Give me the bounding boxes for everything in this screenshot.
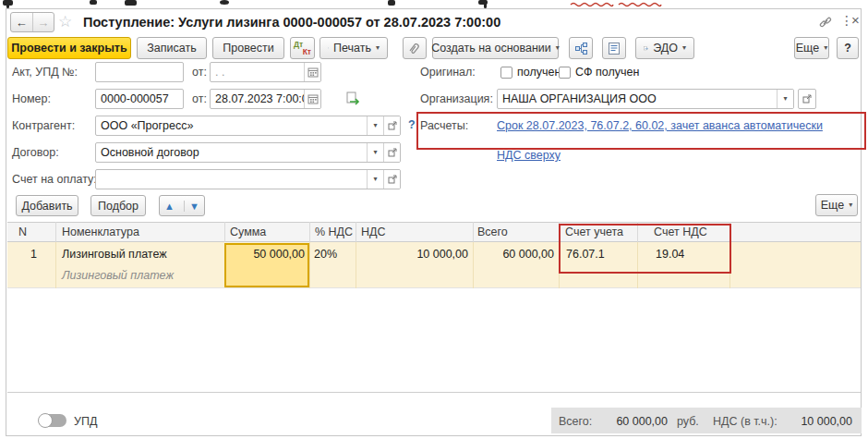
upd-toggle-label[interactable]: УПД <box>74 415 97 428</box>
cell-vat[interactable]: 10 000,00 <box>369 248 468 261</box>
cell-vat-rate[interactable]: 20% <box>314 248 337 261</box>
post-button[interactable]: Провести <box>212 37 284 59</box>
act-from-label: от: <box>192 66 207 79</box>
dtkt-icon: Дт Кт <box>291 38 314 58</box>
act-date-input[interactable]: . . <box>210 62 321 82</box>
favorite-star-icon[interactable]: ☆ <box>58 12 72 31</box>
number-value: 0000-000057 <box>96 90 183 108</box>
edo-icon <box>644 43 648 55</box>
invoice-value <box>96 170 367 189</box>
open-icon[interactable] <box>383 143 400 162</box>
column-header-vat: НДС <box>361 226 386 238</box>
calendar-icon[interactable] <box>304 90 320 108</box>
settlements-label: Расчеты: <box>420 119 468 132</box>
contract-label: Договор: <box>12 146 59 159</box>
number-from-label: от: <box>192 92 207 105</box>
structure-icon <box>575 43 587 55</box>
attachments-button[interactable] <box>403 37 427 59</box>
chevron-down-icon[interactable]: ▾ <box>367 170 383 189</box>
column-header-sum: Сумма <box>230 226 266 238</box>
add-row-label: Добавить <box>21 200 72 213</box>
edo-label: ЭДО <box>653 42 678 55</box>
save-button[interactable]: Записать <box>137 37 207 59</box>
column-header-vat-rate: % НДС <box>315 226 353 238</box>
red-squiggle <box>618 1 662 7</box>
close-icon[interactable]: × <box>851 12 860 28</box>
structure-button[interactable] <box>569 37 593 59</box>
cell-content[interactable]: Лизинговый платеж <box>62 269 174 282</box>
print-label: Печать <box>333 42 371 55</box>
sf-received-label[interactable]: СФ получен <box>575 66 639 79</box>
report-icon <box>609 43 620 55</box>
column-header-nomenclature: Номенклатура <box>62 226 139 238</box>
vat-total-label: НДС (в т.ч.): <box>713 415 778 428</box>
copy-link-icon[interactable] <box>819 16 832 29</box>
create-based-on-button[interactable]: Создать на основании ▾ <box>432 37 559 59</box>
column-header-vat-account: Счет НДС <box>654 226 707 238</box>
act-date-value: . . <box>211 63 304 81</box>
pick-button[interactable]: Подбор <box>90 195 146 216</box>
cell-vat-account[interactable]: 19.04 <box>656 248 684 261</box>
act-upd-label: Акт, УПД №: <box>12 66 78 79</box>
post-label: Провести <box>223 42 273 55</box>
calendar-icon[interactable] <box>304 63 320 81</box>
pick-label: Подбор <box>98 200 139 213</box>
number-label: Номер: <box>12 92 51 105</box>
settlements-link[interactable]: Срок 28.07.2023, 76.07.2, 60.02, зачет а… <box>497 119 823 132</box>
sf-received-checkbox[interactable] <box>559 67 571 79</box>
original-label: Оригинал: <box>420 66 476 79</box>
open-icon[interactable] <box>383 116 400 135</box>
upd-toggle[interactable] <box>39 414 66 427</box>
organization-combo[interactable]: НАША ОРГАНИЗАЦИЯ ООО ▾ <box>497 89 794 109</box>
create-based-on-label: Создать на основании <box>431 42 551 55</box>
vat-total-value: 10 000,00 <box>778 415 852 428</box>
print-button[interactable]: Печать ▾ <box>319 37 388 59</box>
cell-n[interactable]: 1 <box>7 248 37 261</box>
edit-comment-icon[interactable] <box>346 91 362 105</box>
chevron-down-icon[interactable]: ▾ <box>777 90 793 108</box>
date-value: 28.07.2023 7:00:00 <box>211 90 304 108</box>
contract-combo[interactable]: Основной договор ▾ <box>95 142 401 163</box>
move-rows-buttons: ▲ ▼ <box>159 195 205 216</box>
organization-value: НАША ОРГАНИЗАЦИЯ ООО <box>498 90 777 108</box>
window-title: Поступление: Услуги лизинга 0000-000057 … <box>83 15 500 30</box>
vat-mode-link[interactable]: НДС сверху <box>497 149 561 162</box>
post-and-close-button[interactable]: Провести и закрыть <box>7 37 131 59</box>
invoice-combo[interactable]: ▾ <box>95 169 401 189</box>
help-label: ? <box>844 42 851 55</box>
move-down-icon[interactable]: ▼ <box>184 201 204 212</box>
show-postings-button[interactable]: Дт Кт <box>290 37 315 59</box>
open-icon[interactable] <box>383 170 400 189</box>
back-icon[interactable]: ← <box>11 13 32 31</box>
contractor-label: Контрагент: <box>12 119 75 132</box>
toolbar-more-button[interactable]: Еще ▾ <box>794 37 829 59</box>
chevron-down-icon[interactable]: ▾ <box>367 143 383 162</box>
items-more-button[interactable]: Еще ▾ <box>815 194 858 216</box>
cell-account[interactable]: 76.07.1 <box>566 248 605 261</box>
open-icon[interactable] <box>798 89 816 109</box>
received-label[interactable]: получен <box>517 66 561 79</box>
cell-total[interactable]: 60 000,00 <box>456 248 554 261</box>
contractor-value: ООО «Прогресс» <box>96 116 367 135</box>
date-input[interactable]: 28.07.2023 7:00:00 <box>210 89 321 109</box>
edo-button[interactable]: ЭДО ▾ <box>635 37 694 59</box>
add-row-button[interactable]: Добавить <box>16 195 78 216</box>
items-more-label: Еще <box>821 199 844 212</box>
move-up-icon[interactable]: ▲ <box>160 201 179 212</box>
number-input[interactable]: 0000-000057 <box>95 89 184 109</box>
toolbar-more-label: Еще <box>796 42 819 55</box>
contractor-combo[interactable]: ООО «Прогресс» ▾ <box>95 116 401 136</box>
report-button[interactable] <box>602 37 626 59</box>
forward-icon[interactable]: → <box>32 13 54 31</box>
chevron-down-icon[interactable]: ▾ <box>367 116 383 135</box>
total-label: Всего: <box>559 415 592 428</box>
cell-nomenclature[interactable]: Лизинговый платеж <box>62 248 167 261</box>
printer-icon <box>328 43 329 54</box>
help-button[interactable]: ? <box>837 37 859 59</box>
total-value: 60 000,00 <box>594 415 668 428</box>
column-header-total: Всего <box>477 226 508 238</box>
contractor-hint[interactable]: ? <box>408 118 416 131</box>
cell-sum[interactable]: 50 000,00 <box>226 248 305 261</box>
received-checkbox[interactable] <box>500 67 512 79</box>
act-upd-input[interactable] <box>95 62 184 82</box>
